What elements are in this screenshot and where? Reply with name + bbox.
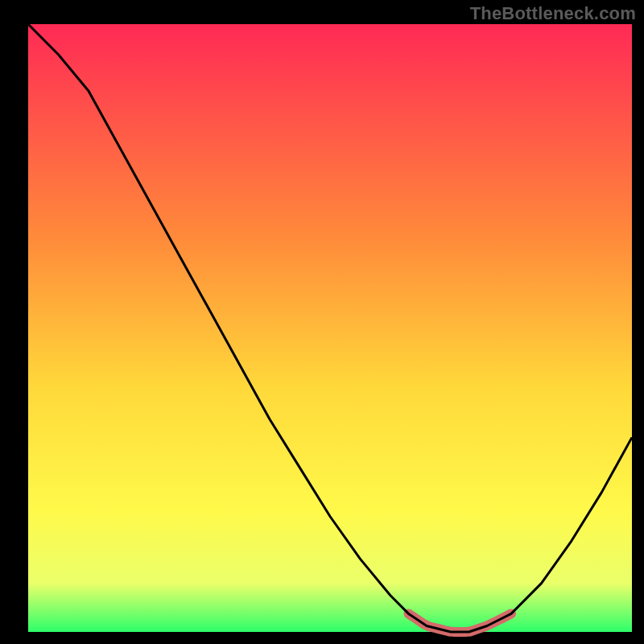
plot-background	[28, 24, 632, 632]
bottleneck-chart	[0, 0, 644, 644]
chart-frame: TheBottleneck.com	[0, 0, 644, 644]
